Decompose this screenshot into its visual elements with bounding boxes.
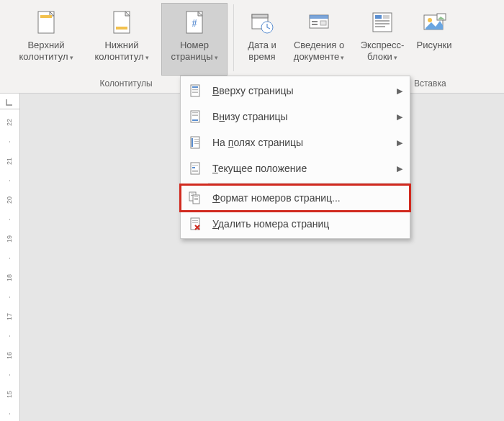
menu-item-format-page-numbers[interactable]: Формат номеров страниц... [181,185,410,211]
svg-text:#: # [192,18,197,29]
ribbon-group-insert: Дата и время Сведения о документе▾ [235,0,460,76]
svg-rect-13 [320,21,326,25]
svg-rect-52 [192,222,198,223]
date-time-button[interactable]: Дата и время [240,3,284,76]
svg-rect-24 [192,86,198,88]
svg-rect-42 [192,171,198,172]
ruler-tick: 19 [0,235,19,243]
quick-parts-icon [369,9,395,35]
svg-rect-35 [194,139,199,140]
pagenum-label-1: Номер [180,40,209,50]
svg-rect-32 [192,119,198,121]
menu-label-remove: Удалить номера страниц [212,218,402,230]
svg-rect-36 [194,141,199,142]
svg-rect-19 [375,26,385,27]
format-numbers-icon [188,191,202,205]
svg-rect-16 [383,15,390,19]
chevron-down-icon: ▾ [341,54,344,61]
svg-rect-11 [312,21,318,22]
datetime-label-2: время [248,51,275,62]
menu-separator [208,183,410,184]
ruler-tick: 20 [0,196,19,204]
ruler-minor-tick: · [0,138,19,145]
svg-rect-25 [192,89,198,90]
ruler-tick: 15 [0,391,19,398]
menu-label-margins: На полях страницы [212,137,391,148]
ruler-minor-tick: · [0,294,19,301]
remove-numbers-icon [188,217,202,231]
vertical-ruler[interactable]: 22·21·20·19·18·17·16·15· [0,109,20,421]
page-number-button[interactable]: # Номер страницы▾ [161,3,228,76]
svg-rect-10 [310,15,328,19]
submenu-arrow-icon: ▶ [397,112,402,122]
svg-rect-31 [192,115,198,116]
svg-rect-48 [194,198,198,199]
menu-label-bottom: Внизу страницы [212,111,391,122]
header-button[interactable]: Верхний колонтитул▾ [10,3,82,76]
ruler-tick: 22 [0,119,19,126]
svg-rect-30 [192,114,198,114]
menu-item-page-margins[interactable]: На полях страницы ▶ [181,130,410,155]
page-number-menu: Вверху страницы ▶ Внизу страницы ▶ На по… [180,76,410,239]
ruler-minor-tick: · [0,177,19,184]
svg-rect-37 [194,143,199,144]
calendar-clock-icon [249,9,275,35]
ruler-minor-tick: · [0,332,19,340]
svg-point-21 [428,18,432,22]
menu-label-format: Формат номеров страниц... [212,192,402,204]
ribbon-main: Верхний колонтитул▾ Нижний колонтитул▾ # [0,0,504,76]
header-label-1: Верхний [27,40,64,50]
page-header-icon [33,9,59,35]
ruler-minor-tick: · [0,410,19,417]
menu-item-bottom-of-page[interactable]: Внизу страницы ▶ [181,104,410,130]
submenu-arrow-icon: ▶ [397,138,402,148]
chevron-down-icon: ▾ [215,54,218,61]
page-bottom-icon [188,109,202,124]
ruler-minor-tick: · [0,371,19,379]
menu-item-current-position[interactable]: Текущее положение ▶ [181,155,410,181]
pictures-label-1: Рисунки [416,40,451,50]
svg-rect-17 [375,20,390,22]
page-number-icon: # [181,9,207,35]
svg-rect-44 [191,194,194,194]
docinfo-label-2: документе [294,51,339,62]
quickparts-label-1: Экспресс- [361,40,405,50]
svg-rect-41 [192,170,198,171]
quickparts-label-2: блоки [367,51,392,62]
submenu-arrow-icon: ▶ [397,86,402,96]
pictures-button[interactable]: Рисунки [413,3,456,76]
svg-rect-51 [192,220,198,221]
datetime-label-1: Дата и [248,40,276,50]
header-label-2: колонтитул [19,51,68,62]
svg-rect-7 [252,14,268,18]
ruler-minor-tick: · [0,255,19,262]
menu-label-top: Вверху страницы [212,85,391,96]
svg-rect-39 [192,165,198,166]
document-info-icon [306,9,332,35]
ruler-corner-icon [0,94,20,109]
svg-rect-29 [192,112,198,113]
menu-item-remove-page-numbers[interactable]: Удалить номера страниц [181,211,410,237]
page-top-icon [188,83,202,98]
menu-item-top-of-page[interactable]: Вверху страницы ▶ [181,78,410,104]
svg-rect-18 [375,23,390,24]
ruler-tick: 17 [0,313,19,320]
menu-label-current: Текущее положение [212,163,391,174]
svg-rect-49 [194,199,198,200]
quick-parts-button[interactable]: Экспресс- блоки▾ [354,3,411,76]
page-footer-icon [109,9,135,35]
ribbon-separator [233,4,234,71]
current-position-icon [188,161,202,176]
svg-rect-15 [375,15,382,19]
chevron-down-icon: ▾ [145,54,149,61]
ruler-minor-tick: · [0,216,19,223]
footer-button[interactable]: Нижний колонтитул▾ [84,3,160,76]
svg-rect-34 [192,138,193,147]
document-info-button[interactable]: Сведения о документе▾ [286,3,352,76]
group-caption-insert: Вставка [414,78,479,89]
svg-rect-27 [192,92,198,93]
submenu-arrow-icon: ▶ [397,164,402,173]
svg-rect-26 [192,91,198,91]
svg-rect-1 [40,15,52,18]
ruler-tick: 16 [0,352,19,359]
